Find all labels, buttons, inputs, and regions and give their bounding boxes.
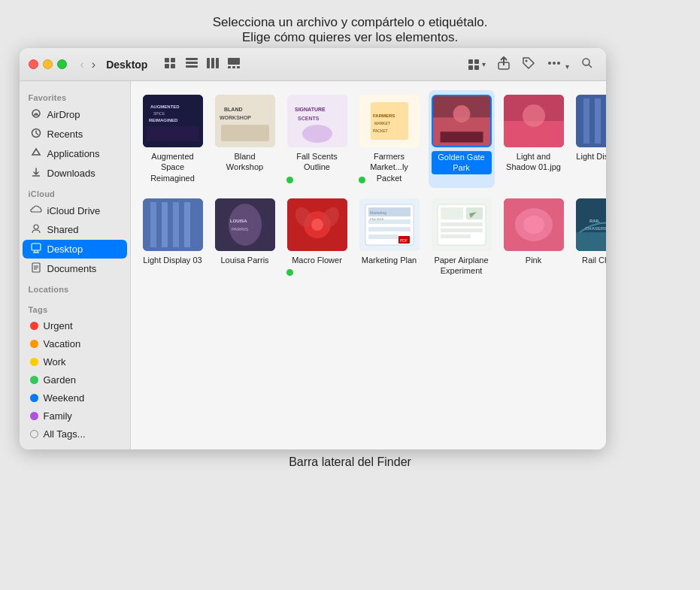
thumb-paper-airplane: [432, 198, 492, 251]
garden-label: Garden: [44, 374, 76, 386]
sidebar-item-family[interactable]: Family: [23, 407, 127, 425]
sidebar-item-icloud-drive[interactable]: iCloud Drive: [23, 201, 127, 219]
urgent-dot: [30, 322, 38, 330]
file-item-marketing[interactable]: Marketing Plan 2019 PDF Marketing Plan: [356, 194, 423, 281]
svg-text:SCENTS: SCENTS: [298, 116, 320, 121]
sidebar-item-desktop[interactable]: Desktop: [23, 240, 127, 259]
sidebar-item-urgent[interactable]: Urgent: [23, 317, 127, 334]
sidebar-item-airdrop[interactable]: AirDrop: [23, 105, 127, 124]
svg-rect-7: [207, 58, 210, 68]
file-item-bland[interactable]: BLAND WORKSHOP Bland Workshop: [212, 90, 278, 188]
svg-rect-97: [441, 228, 483, 232]
icloud-label: iCloud: [20, 183, 130, 201]
sidebar-item-vacation[interactable]: Vacation: [23, 335, 127, 352]
minimize-button[interactable]: [43, 59, 53, 69]
sidebar-item-downloads[interactable]: Downloads: [23, 164, 127, 183]
svg-rect-16: [468, 65, 473, 70]
share-button[interactable]: [494, 54, 514, 75]
file-item-light-shadow[interactable]: Light and Shadow 01.jpg: [501, 90, 567, 188]
nav-buttons: ‹ ›: [77, 56, 99, 73]
svg-line-24: [589, 65, 592, 68]
maximize-button[interactable]: [57, 59, 67, 69]
file-item-macro-flower[interactable]: Macro Flower: [284, 194, 350, 281]
recents-label: Recents: [47, 129, 83, 140]
airdrop-icon: [30, 108, 42, 121]
file-item-augmented[interactable]: AUGMENTED SPICE REIMAGINED Augmented Spa…: [140, 90, 206, 188]
svg-text:WORKSHOP: WORKSHOP: [220, 115, 251, 120]
svg-rect-3: [171, 64, 175, 68]
favorites-label: Favorites: [20, 87, 130, 104]
svg-point-58: [453, 105, 470, 123]
view-buttons: [161, 56, 244, 73]
svg-rect-30: [32, 244, 41, 250]
sidebar-item-documents[interactable]: Documents: [23, 259, 127, 278]
forward-button[interactable]: ›: [89, 56, 98, 73]
svg-rect-6: [186, 65, 198, 68]
file-item-rail-chasers[interactable]: RAIL CHASERS Rail Chasers: [573, 194, 606, 281]
svg-text:LOUISA: LOUISA: [230, 219, 247, 223]
list-view-button[interactable]: [182, 56, 202, 73]
thumb-bland: BLAND WORKSHOP: [215, 95, 275, 147]
svg-point-23: [583, 59, 589, 65]
svg-rect-103: [576, 232, 606, 251]
sidebar: Favorites AirDrop Recents: [20, 81, 131, 449]
file-item-pink[interactable]: Pink: [501, 194, 567, 281]
sidebar-item-work[interactable]: Work: [23, 353, 127, 371]
thumb-louisa: LOUISA PARRIS: [215, 198, 275, 251]
svg-point-79: [311, 219, 323, 231]
file-item-light-display-03[interactable]: Light Display 03: [140, 194, 206, 281]
svg-text:Plan 2019: Plan 2019: [370, 217, 384, 221]
icon-view-button[interactable]: [161, 56, 180, 73]
gallery-view-button[interactable]: [224, 56, 244, 73]
thumb-rail-chasers: RAIL CHASERS: [576, 198, 606, 251]
sidebar-item-weekend[interactable]: Weekend: [23, 389, 127, 407]
farmers-name: Farmers Market...ly Packet: [359, 151, 420, 183]
tag-button[interactable]: [518, 54, 539, 75]
close-button[interactable]: [29, 59, 38, 69]
group-button[interactable]: ▾: [465, 57, 489, 72]
sidebar-item-applications[interactable]: Applications: [23, 144, 127, 163]
sidebar-item-all-tags[interactable]: All Tags...: [23, 425, 127, 443]
file-item-light-display-01[interactable]: Light Display 01: [573, 90, 606, 188]
file-item-golden-gate[interactable]: Golden Gate Park: [429, 90, 495, 188]
vacation-dot: [30, 340, 38, 348]
back-button[interactable]: ‹: [77, 56, 87, 73]
more-button[interactable]: ▾: [544, 55, 572, 74]
macro-flower-dot: [286, 269, 293, 276]
finder-window: ‹ › Desktop: [20, 48, 606, 449]
svg-rect-5: [186, 62, 198, 64]
svg-rect-17: [474, 65, 479, 70]
column-view-button[interactable]: [203, 56, 223, 73]
thumb-light-display-01: [576, 95, 606, 147]
light-display-01-name: Light Display 01: [576, 151, 605, 162]
airdrop-label: AirDrop: [47, 109, 80, 120]
garden-dot: [30, 376, 38, 384]
toolbar-right: ▾ ▾: [465, 54, 596, 75]
file-item-farmers[interactable]: FARMERS MARKET PACKET Farmers Market...l…: [356, 90, 423, 188]
svg-point-74: [229, 204, 262, 246]
paper-airplane-name: Paper Airplane Experiment: [432, 255, 492, 277]
svg-text:FARMERS: FARMERS: [373, 113, 395, 118]
pink-name: Pink: [526, 255, 541, 265]
locations-label: Locations: [20, 279, 130, 296]
svg-rect-71: [173, 202, 179, 247]
search-button[interactable]: [577, 55, 597, 74]
file-item-louisa[interactable]: LOUISA PARRIS Louisa Parris: [212, 194, 278, 281]
tags-label: Tags: [20, 299, 130, 316]
svg-rect-59: [440, 132, 483, 142]
family-label: Family: [44, 410, 72, 422]
svg-rect-46: [221, 125, 269, 141]
sidebar-item-shared[interactable]: Shared: [23, 220, 127, 239]
svg-rect-8: [211, 58, 214, 68]
sidebar-item-garden[interactable]: Garden: [23, 371, 127, 389]
svg-point-19: [526, 59, 528, 62]
annotation-line2: Elige cómo quieres ver los elementos.: [242, 30, 458, 45]
work-dot: [30, 358, 38, 366]
file-item-fall-scents[interactable]: SIGNATURE SCENTS Fall Scents Outline: [284, 90, 350, 188]
file-item-paper-airplane[interactable]: Paper Airplane Experiment: [429, 194, 495, 281]
weekend-label: Weekend: [44, 392, 85, 404]
work-label: Work: [44, 356, 66, 368]
sidebar-item-recents[interactable]: Recents: [23, 125, 127, 144]
bland-name: Bland Workshop: [215, 151, 275, 173]
light-display-03-name: Light Display 03: [143, 255, 202, 265]
